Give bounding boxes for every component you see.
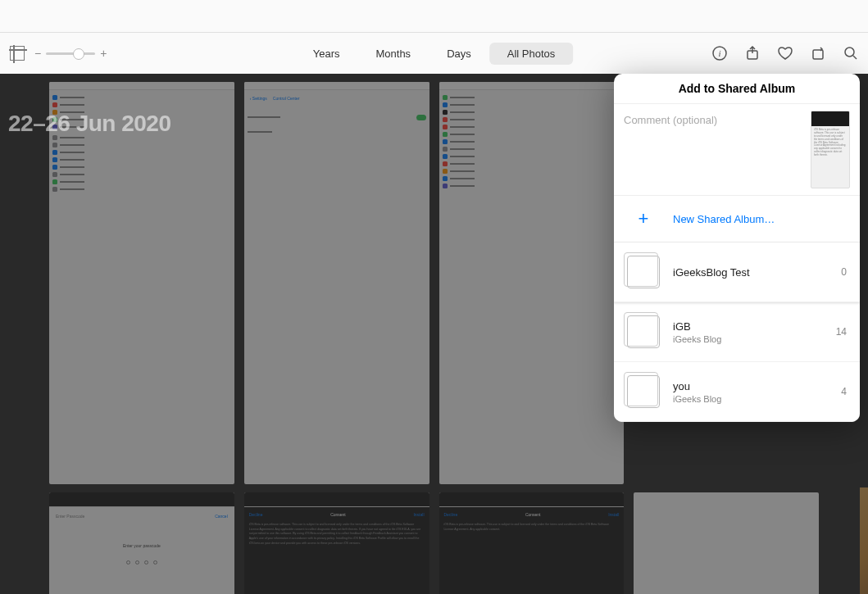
favorite-icon[interactable]	[778, 46, 793, 61]
rotate-icon[interactable]	[811, 46, 825, 61]
date-range-label: 22–26 Jun 2020	[8, 111, 171, 137]
album-icon	[627, 315, 660, 348]
album-count: 0	[841, 266, 847, 278]
tab-months[interactable]: Months	[357, 43, 429, 65]
album-owner: iGeeks Blog	[673, 334, 823, 344]
svg-point-4	[845, 48, 854, 57]
new-shared-album-button[interactable]: + New Shared Album…	[614, 196, 860, 243]
comment-input[interactable]	[624, 111, 802, 129]
new-album-label: New Shared Album…	[673, 213, 775, 225]
zoom-out-button[interactable]: −	[34, 47, 41, 60]
window-titlebar	[0, 0, 868, 33]
album-icon	[627, 256, 660, 288]
album-count: 4	[841, 386, 847, 397]
share-icon[interactable]	[745, 46, 760, 61]
shared-album-option[interactable]: iGB iGeeks Blog 14	[614, 302, 860, 362]
zoom-in-button[interactable]: +	[100, 47, 107, 60]
album-icon	[627, 375, 660, 408]
plus-icon: +	[635, 211, 652, 227]
shared-album-option[interactable]: you iGeeks Blog 4	[614, 362, 860, 422]
tab-days[interactable]: Days	[429, 43, 489, 65]
album-count: 14	[836, 326, 847, 338]
svg-rect-3	[813, 50, 823, 59]
album-name: iGeeksBlog Test	[673, 266, 828, 279]
toolbar: − + Years Months Days All Photos i	[0, 33, 868, 74]
view-tabs: Years Months Days All Photos	[295, 43, 574, 65]
selected-photo-preview: iOS Beta is pre-release software. This u…	[811, 111, 850, 188]
zoom-control: − +	[34, 47, 107, 60]
tab-years[interactable]: Years	[295, 43, 358, 65]
shared-album-option[interactable]: iGeeksBlog Test 0	[614, 243, 860, 302]
album-name: you	[673, 380, 828, 392]
search-icon[interactable]	[843, 46, 858, 61]
info-icon[interactable]: i	[712, 46, 727, 61]
comment-section: iOS Beta is pre-release software. This u…	[614, 104, 860, 196]
tab-all-photos[interactable]: All Photos	[489, 43, 574, 65]
zoom-slider[interactable]	[46, 52, 95, 55]
svg-text:i: i	[718, 48, 720, 58]
popover-title: Add to Shared Album	[614, 74, 860, 104]
album-owner: iGeeks Blog	[673, 394, 828, 404]
add-to-shared-album-popover: Add to Shared Album iOS Beta is pre-rele…	[614, 74, 860, 422]
toolbar-actions: i	[712, 46, 858, 61]
album-name: iGB	[673, 320, 823, 333]
sidebar-toggle-icon[interactable]	[10, 46, 25, 61]
